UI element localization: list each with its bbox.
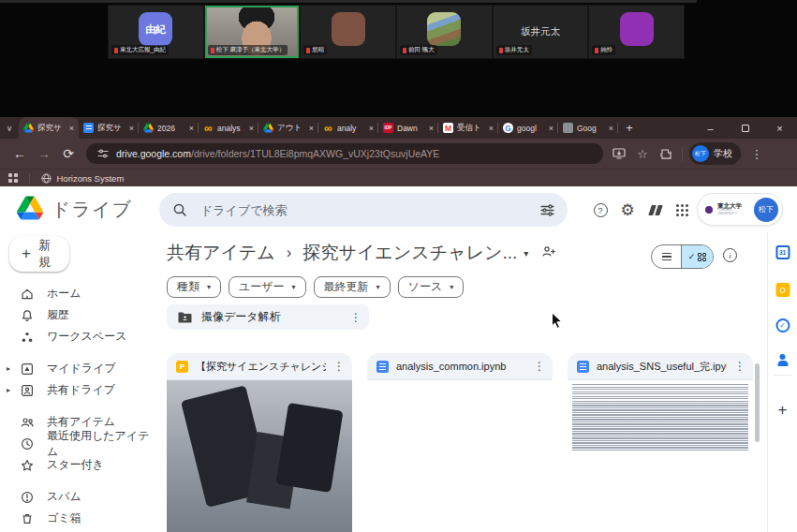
- participant-tile-sumire[interactable]: 純怜: [589, 6, 684, 58]
- expand-arrow-icon[interactable]: ▸: [7, 364, 10, 373]
- participant-tile-yuki[interactable]: 由紀 東北大広報_由紀: [109, 6, 203, 58]
- tab-docs-tankyu[interactable]: 探究サ ×: [79, 117, 139, 139]
- site-info-icon[interactable]: [97, 148, 109, 159]
- tab-google-generic[interactable]: Goog ×: [558, 117, 618, 139]
- tasks-icon[interactable]: ✓: [775, 318, 790, 332]
- tab-google-search[interactable]: G googl ×: [498, 117, 558, 139]
- sidebar-item-home[interactable]: ホーム: [0, 283, 157, 304]
- file-more-kebab-icon[interactable]: ⋮: [534, 360, 545, 373]
- folder-more-kebab-icon[interactable]: ⋮: [350, 311, 362, 324]
- sidebar-item-workspaces[interactable]: ワークスペース: [0, 326, 157, 347]
- tab-title: アウト: [277, 123, 305, 134]
- search-options-tune-icon[interactable]: [540, 204, 554, 216]
- content-scrollbar[interactable]: [755, 363, 760, 442]
- file-card-analysis-common[interactable]: analysis_common.ipynb ⋮: [367, 353, 553, 532]
- participant-tile-sakai[interactable]: 坂井元太 坂井元太: [494, 6, 588, 58]
- apps-shortcut-icon[interactable]: [8, 173, 18, 183]
- chip-label: 種類: [177, 279, 199, 295]
- people-icon: [20, 415, 35, 430]
- save-to-device-icon[interactable]: [612, 148, 627, 159]
- search-input[interactable]: [199, 202, 529, 218]
- tab-close-icon[interactable]: ×: [189, 124, 194, 133]
- tab-close-icon[interactable]: ×: [369, 124, 374, 133]
- account-pill[interactable]: 東北大学 TOHOKU UNIVERSITY 松下: [697, 193, 783, 226]
- sidebar-item-trash[interactable]: ゴミ箱: [0, 508, 157, 529]
- mouse-cursor: [551, 312, 564, 330]
- tab-drive-output[interactable]: アウト ×: [258, 117, 318, 139]
- folder-satsuzo-data-kaiseki[interactable]: 撮像データ解析 ⋮: [167, 304, 369, 330]
- tab-close-icon[interactable]: ×: [489, 124, 494, 133]
- reload-button[interactable]: ⟳: [56, 146, 81, 161]
- tab-colab-analysis-2[interactable]: ∞ analy ×: [318, 117, 378, 139]
- sidebar-item-my-drive[interactable]: ▸ マイドライブ: [0, 358, 157, 379]
- browser-menu-kebab-icon[interactable]: ⋮: [749, 147, 764, 161]
- minimize-button[interactable]: –: [693, 117, 728, 139]
- file-more-kebab-icon[interactable]: ⋮: [734, 360, 745, 373]
- sidebar-item-recent[interactable]: 最近使用したアイテム: [0, 433, 157, 454]
- sidebar-item-shared-drives[interactable]: ▸ 共有ドライブ: [0, 379, 157, 401]
- participant-tile-matsushita-active-speaker[interactable]: 松下 麻津子（東北大学）: [205, 6, 300, 58]
- tab-colab-analysis-1[interactable]: ∞ analys ×: [199, 117, 258, 139]
- tab-iop-dawn[interactable]: IOP Dawn ×: [378, 117, 438, 139]
- file-name: analysis_SNS_useful_完.ipynb: [597, 360, 727, 374]
- tab-drive-tankyu[interactable]: 探究サ ×: [19, 117, 79, 139]
- browser-profile-chip[interactable]: 松下 学校: [689, 142, 741, 165]
- contacts-icon[interactable]: [775, 353, 790, 367]
- extensions-puzzle-icon[interactable]: [658, 148, 673, 160]
- filter-chip-modified[interactable]: 最終更新▾: [314, 276, 391, 298]
- address-bar[interactable]: drive.google.com/drive/folders/1TUL8Ei8p…: [86, 143, 603, 164]
- sidebar-item-activity[interactable]: 履歴: [0, 304, 157, 326]
- sidebar-item-spam[interactable]: スパム: [0, 486, 157, 508]
- file-card-analysis-sns-useful[interactable]: analysis_SNS_useful_完.ipynb ⋮: [568, 353, 753, 532]
- filter-chip-type[interactable]: 種類▾: [167, 276, 221, 298]
- help-button[interactable]: ?: [591, 200, 610, 219]
- participant-tile-haruki[interactable]: 悠晴: [301, 6, 395, 58]
- tab-close-icon[interactable]: ×: [309, 124, 314, 133]
- drive-search-bar[interactable]: [159, 193, 568, 227]
- organization-text: 東北大学 TOHOKU UNIVERSITY: [717, 203, 749, 216]
- grid-view-button-selected[interactable]: ✓: [681, 245, 713, 268]
- bookmarks-divider: [29, 173, 30, 184]
- folder-name: 撮像データ解析: [201, 309, 341, 325]
- bookmark-star-icon[interactable]: ☆: [635, 147, 650, 161]
- bookmark-horizons-system[interactable]: Horizons System: [41, 173, 125, 184]
- shared-folder-people-icon[interactable]: [541, 244, 556, 261]
- google-apps-grid-icon[interactable]: [672, 200, 691, 219]
- participant-tile-maeda[interactable]: 前田 颯大: [397, 6, 492, 58]
- tab-close-icon[interactable]: ×: [69, 124, 74, 133]
- breadcrumb-shared-with-me[interactable]: 共有アイテム: [167, 241, 275, 265]
- back-button[interactable]: ←: [7, 146, 32, 161]
- tab-close-icon[interactable]: ×: [549, 124, 553, 133]
- file-card-slides-tankyu[interactable]: P 【探究サイエンスチャレンジャ... ⋮ 【探究★サイエンスチャレンジャー】 …: [167, 353, 352, 532]
- new-tab-button[interactable]: +: [618, 117, 641, 139]
- code-text-preview: [572, 384, 748, 451]
- details-info-icon[interactable]: i: [723, 248, 737, 262]
- close-button[interactable]: ×: [762, 117, 797, 139]
- account-avatar[interactable]: 松下: [754, 198, 778, 222]
- tab-search-button[interactable]: ∨: [0, 117, 19, 139]
- filter-chip-source[interactable]: ソース▾: [398, 276, 465, 298]
- tab-close-icon[interactable]: ×: [249, 124, 254, 133]
- list-view-button[interactable]: [652, 245, 681, 268]
- tab-close-icon[interactable]: ×: [609, 124, 613, 133]
- get-add-ons-button[interactable]: +: [778, 401, 788, 420]
- sidebar-item-label: ゴミ箱: [47, 510, 81, 526]
- restore-button[interactable]: [728, 117, 762, 139]
- filter-chip-people[interactable]: ユーザー▾: [229, 276, 306, 298]
- duet-ai-icon[interactable]: [646, 200, 665, 219]
- file-more-kebab-icon[interactable]: ⋮: [333, 360, 345, 373]
- settings-gear-icon[interactable]: ⚙: [618, 200, 637, 219]
- keep-icon[interactable]: [775, 283, 790, 297]
- sidebar-item-starred[interactable]: スター付き: [0, 454, 157, 476]
- new-button[interactable]: + 新規: [9, 236, 69, 272]
- tab-gmail-inbox[interactable]: M 受信ト ×: [438, 117, 498, 139]
- expand-arrow-icon[interactable]: ▸: [7, 386, 10, 394]
- tab-close-icon[interactable]: ×: [129, 124, 134, 133]
- calendar-icon[interactable]: 31: [775, 245, 790, 259]
- breadcrumb-current-folder[interactable]: 探究サイエンスチャレン... ▾: [303, 241, 528, 265]
- meeting-window-edge: [0, 0, 697, 3]
- forward-button[interactable]: →: [32, 146, 56, 161]
- tab-close-icon[interactable]: ×: [429, 124, 434, 133]
- tab-drive-2026[interactable]: 2026 ×: [139, 117, 199, 139]
- file-preview-code: [568, 379, 753, 532]
